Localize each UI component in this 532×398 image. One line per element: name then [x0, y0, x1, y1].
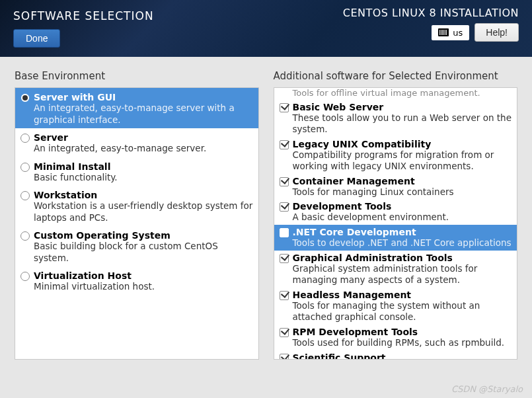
environment-option[interactable]: Virtualization Host Minimal virtualizati… [15, 266, 258, 296]
addon-name: Basic Web Server [293, 102, 512, 112]
keyboard-indicator[interactable]: us [432, 25, 469, 40]
base-environment-panel: Base Environment Server with GUI An inte… [15, 70, 259, 360]
checkbox-icon [280, 177, 289, 186]
checkbox-icon [280, 354, 289, 360]
addon-desc: Tools to develop .NET and .NET Core appl… [293, 237, 512, 249]
environment-name: Server [34, 132, 253, 143]
radio-icon [20, 191, 30, 200]
addon-option[interactable]: Graphical Administration Tools Graphical… [274, 251, 517, 288]
environment-desc: An integrated, easy-to-manage server wit… [34, 102, 253, 126]
checkbox-icon [280, 140, 289, 149]
radio-icon [20, 231, 30, 241]
addon-option[interactable]: Development Tools A basic development en… [274, 199, 517, 225]
addon-option[interactable]: Basic Web Server These tools allow you t… [274, 100, 517, 137]
addon-name: Development Tools [293, 201, 512, 212]
additional-software-panel: Additional software for Selected Environ… [274, 70, 518, 360]
addon-name: Headless Management [293, 290, 512, 300]
addon-option[interactable]: .NET Core Development Tools to develop .… [274, 225, 517, 251]
addon-name: Legacy UNIX Compatibility [293, 139, 512, 149]
addon-name: .NET Core Development [293, 227, 512, 237]
addon-option[interactable]: Headless Management Tools for managing t… [274, 288, 517, 325]
environment-list[interactable]: Server with GUI An integrated, easy-to-m… [15, 87, 259, 360]
environment-name: Virtualization Host [34, 270, 253, 281]
help-button[interactable]: Help! [475, 23, 519, 42]
environment-name: Minimal Install [34, 161, 253, 172]
addon-partial-top: Tools for offline virtual image manageme… [274, 88, 517, 100]
base-environment-title: Base Environment [15, 70, 259, 82]
checkbox-icon [280, 228, 289, 237]
environment-desc: Basic building block for a custom CentOS… [34, 241, 253, 264]
checkbox-icon [280, 254, 289, 263]
addon-desc: Compatibility programs for migration fro… [293, 149, 512, 172]
checkbox-icon [280, 328, 289, 337]
install-title: CENTOS LINUX 8 INSTALLATION [343, 7, 519, 19]
addon-desc: Tools for managing the system without an… [293, 300, 512, 323]
checkbox-icon [280, 202, 289, 212]
header-bar: SOFTWARE SELECTION Done CENTOS LINUX 8 I… [0, 0, 532, 57]
radio-icon [20, 163, 30, 172]
addon-desc: Graphical system administration tools fo… [293, 263, 512, 286]
page-title: SOFTWARE SELECTION [13, 9, 154, 22]
checkbox-icon [280, 291, 289, 300]
environment-option[interactable]: Server An integrated, easy-to-manage ser… [15, 128, 258, 157]
addon-name: Container Management [293, 176, 512, 186]
radio-icon [20, 93, 30, 102]
checkbox-icon [280, 103, 289, 112]
addon-list[interactable]: Tools for offline virtual image manageme… [274, 87, 518, 360]
additional-software-title: Additional software for Selected Environ… [274, 70, 518, 82]
environment-name: Server with GUI [34, 92, 253, 102]
addon-option[interactable]: Scientific Support [274, 350, 517, 360]
addon-name: Graphical Administration Tools [293, 253, 512, 263]
addon-desc: A basic development environment. [293, 212, 512, 223]
radio-icon [20, 272, 30, 281]
environment-desc: Basic functionality. [34, 172, 253, 184]
environment-option[interactable]: Custom Operating System Basic building b… [15, 226, 258, 266]
environment-option[interactable]: Workstation Workstation is a user-friend… [15, 186, 258, 226]
addon-option[interactable]: Container Management Tools for managing … [274, 174, 517, 200]
environment-name: Workstation [34, 190, 253, 200]
addon-option[interactable]: RPM Development Tools Tools used for bui… [274, 325, 517, 350]
environment-desc: Workstation is a user-friendly desktop s… [34, 200, 253, 223]
addon-desc: Tools used for building RPMs, such as rp… [293, 337, 512, 348]
keyboard-layout-label: us [453, 28, 463, 38]
environment-option[interactable]: Server with GUI An integrated, easy-to-m… [15, 88, 258, 128]
radio-icon [20, 134, 30, 143]
watermark: CSDN @Staryalo [451, 384, 523, 394]
environment-desc: Minimal virtualization host. [34, 281, 253, 293]
environment-desc: An integrated, easy-to-manage server. [34, 143, 253, 155]
addon-option[interactable]: Legacy UNIX Compatibility Compatibility … [274, 137, 517, 174]
addon-desc: These tools allow you to run a Web serve… [293, 112, 512, 135]
addon-name: Scientific Support [293, 352, 512, 360]
addon-name: RPM Development Tools [293, 327, 512, 337]
keyboard-icon [438, 28, 449, 36]
environment-option[interactable]: Minimal Install Basic functionality. [15, 157, 258, 186]
done-button[interactable]: Done [13, 29, 60, 48]
environment-name: Custom Operating System [34, 230, 253, 241]
addon-desc: Tools for managing Linux containers [293, 186, 512, 198]
